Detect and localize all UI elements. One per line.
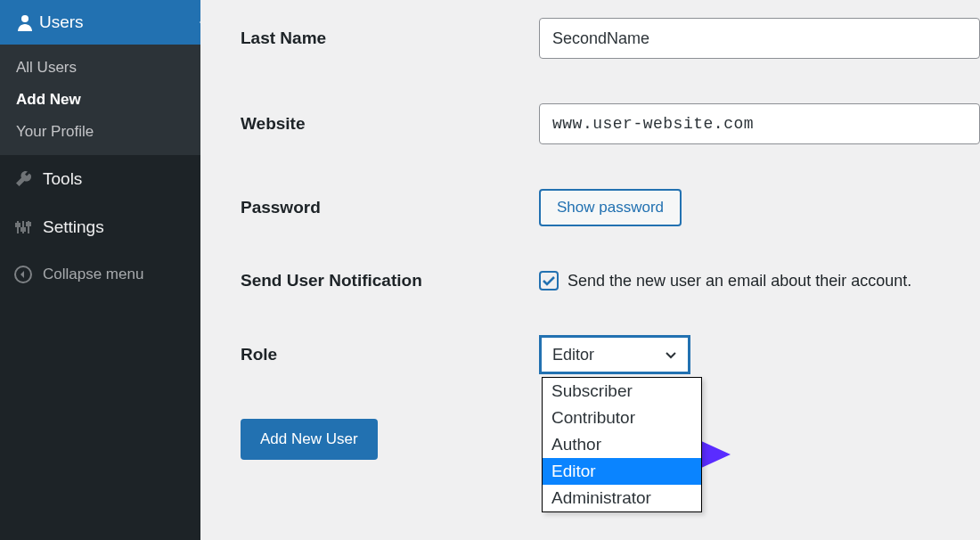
- role-option-author[interactable]: Author: [543, 431, 701, 458]
- sidebar-item-all-users[interactable]: All Users: [0, 52, 200, 84]
- svg-rect-4: [16, 224, 20, 226]
- last-name-input[interactable]: [539, 18, 980, 59]
- user-icon: [16, 13, 39, 31]
- notification-checkbox[interactable]: [539, 271, 559, 290]
- svg-point-0: [21, 15, 29, 22]
- sidebar-item-your-profile[interactable]: Your Profile: [0, 116, 200, 148]
- main-content: Last Name Website Password Show password…: [200, 0, 980, 540]
- svg-rect-5: [21, 228, 25, 231]
- website-input[interactable]: [539, 103, 980, 144]
- role-option-administrator[interactable]: Administrator: [543, 485, 701, 511]
- sidebar-collapse-label: Collapse menu: [43, 266, 143, 283]
- sidebar-item-users[interactable]: Users: [0, 0, 200, 45]
- role-selected-value: Editor: [552, 346, 594, 364]
- show-password-button[interactable]: Show password: [539, 189, 682, 226]
- sliders-icon: [14, 218, 43, 236]
- collapse-icon: [14, 266, 43, 283]
- add-new-user-button[interactable]: Add New User: [241, 419, 378, 460]
- website-label: Website: [241, 114, 539, 134]
- sidebar-item-tools[interactable]: Tools: [0, 155, 200, 203]
- sidebar-users-label: Users: [39, 12, 84, 32]
- password-label: Password: [241, 198, 539, 217]
- check-icon: [542, 274, 556, 288]
- notification-label: Send User Notification: [241, 271, 539, 290]
- sidebar-tools-label: Tools: [43, 169, 82, 189]
- wrench-icon: [14, 170, 43, 188]
- admin-sidebar: Users All Users Add New Your Profile Too…: [0, 0, 200, 540]
- sidebar-item-add-new[interactable]: Add New: [0, 84, 200, 116]
- sidebar-item-settings[interactable]: Settings: [0, 203, 200, 251]
- role-dropdown: Subscriber Contributor Author Editor Adm…: [542, 377, 702, 512]
- sidebar-collapse[interactable]: Collapse menu: [0, 251, 200, 298]
- notification-text: Send the new user an email about their a…: [568, 272, 911, 290]
- last-name-label: Last Name: [241, 29, 539, 48]
- role-label: Role: [241, 345, 539, 364]
- role-option-editor[interactable]: Editor: [543, 458, 701, 485]
- sidebar-settings-label: Settings: [43, 217, 104, 237]
- role-option-subscriber[interactable]: Subscriber: [543, 378, 701, 405]
- svg-rect-6: [27, 223, 30, 225]
- sidebar-submenu: All Users Add New Your Profile: [0, 45, 200, 155]
- role-option-contributor[interactable]: Contributor: [543, 405, 701, 431]
- role-select[interactable]: Editor Subscriber Contributor Author Edi…: [539, 335, 690, 374]
- chevron-down-icon: [663, 347, 679, 363]
